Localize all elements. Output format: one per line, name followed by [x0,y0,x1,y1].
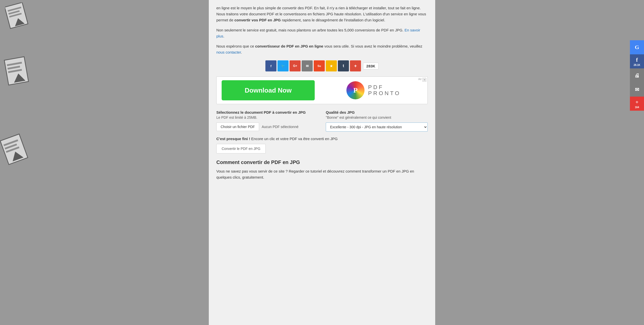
form-right: Qualité des JPG "Bonne" est généralement… [326,110,428,132]
facebook-share-button[interactable]: f [265,60,276,71]
sidebar-print-button[interactable]: 🖨 [630,68,644,83]
form-section: Sélectionnez le document PDF à convertir… [216,110,428,132]
ad-label: Ad [418,78,421,80]
convert-button[interactable]: Convertir le PDF en JPG [216,144,266,153]
pdf-pronto-logo: P PDF PRONTO [346,81,401,99]
social-count: 283K [363,63,379,69]
email-share-button[interactable]: ✉ [302,60,313,71]
convert-label-rest: Encore un clic et votre PDF va être conv… [250,137,338,141]
quality-label: Qualité des JPG [326,110,428,114]
social-share-bar: f 🐦 G+ ✉ Su ★ t + 283K [216,60,428,71]
pdf-select-label: Sélectionnez le document PDF à convertir… [216,110,318,114]
pdf-brand-line2: PRONTO [368,90,401,96]
sidebar-email-button[interactable]: ✉ [630,83,644,97]
sidebar-facebook-button[interactable]: f 28.1K [630,54,644,68]
paragraph-2-text: Non seulement le service est gratuit, ma… [216,28,404,32]
quality-sublabel: "Bonne" est généralement ce qui convient [326,115,428,119]
bold-text-1: convertir vos PDF en JPG [234,18,281,22]
pdf-pronto-brand: PDF PRONTO [368,84,401,96]
sidebar-more-button[interactable]: + 164 [630,97,644,111]
more-count: 164 [635,106,639,109]
ad-right-content: P PDF PRONTO [320,79,427,102]
gplus-share-button[interactable]: G+ [290,60,301,71]
download-now-button[interactable]: Download Now [222,80,315,100]
file-input-row: Choisir un fichier PDF Aucun PDF sélecti… [216,123,318,131]
facebook-count: 28.1K [634,64,640,66]
main-content: en ligne est le moyen le plus simple de … [209,0,435,325]
ad-close-button[interactable]: ✕ [422,78,426,82]
pdf-pronto-letter: P [353,86,358,94]
tumblr-share-button[interactable]: t [338,60,349,71]
para3-start: Nous espérons que ce [216,44,254,48]
howto-section: Comment convertir de PDF en JPG Vous ne … [216,159,428,180]
howto-text: Vous ne savez pas vous servir de ce site… [216,168,428,180]
facebook-icon: f [636,57,638,63]
right-sidebar: G f 28.1K 🖨 ✉ + 164 [630,40,644,111]
paragraph-1: en ligne est le moyen le plus simple de … [216,5,428,23]
ad-banner: Ad ✕ Download Now P PDF PRONTO [216,76,428,104]
star-share-button[interactable]: ★ [326,60,337,71]
pdf-brand-line1: PDF [368,84,401,90]
bold-text-2: convertisseur de PDF en JPG en ligne [255,44,323,48]
no-file-text: Aucun PDF sélectionné [262,125,298,129]
paragraph-1-end: rapidement, sans le désagrément de l'ins… [282,18,385,22]
nous-contacter-link[interactable]: nous contacter [216,50,241,54]
para3-end: . [241,50,242,54]
convert-label-bold: C'est presque fini ! [216,137,250,141]
sidebar-google-button[interactable]: G [630,40,644,54]
stumble-share-button[interactable]: Su [314,60,325,71]
form-grid: Sélectionnez le document PDF à convertir… [216,110,428,132]
convert-section: C'est presque fini ! Encore un clic et v… [216,137,428,153]
pdf-pronto-icon: P [346,81,365,99]
print-icon: 🖨 [634,73,639,78]
plus-share-button[interactable]: + [350,60,361,71]
pdf-size-limit: Le PDF est limité à 25MB. [216,115,318,119]
choose-file-button[interactable]: Choisir un fichier PDF [216,123,259,131]
paragraph-2: Non seulement le service est gratuit, ma… [216,27,428,39]
google-icon: G [635,44,639,51]
more-icon: + [635,99,639,105]
convert-label: C'est presque fini ! Encore un clic et v… [216,137,428,141]
form-left: Sélectionnez le document PDF à convertir… [216,110,318,131]
quality-select[interactable]: Excellente - 300 dpi - JPG en haute réso… [326,123,428,132]
twitter-share-button[interactable]: 🐦 [277,60,289,71]
para3-mid: vous sera utile. Si vous avez le moindre… [324,44,422,48]
howto-title: Comment convertir de PDF en JPG [216,159,428,165]
email-icon: ✉ [635,87,639,93]
paragraph-3: Nous espérons que ce convertisseur de PD… [216,43,428,55]
